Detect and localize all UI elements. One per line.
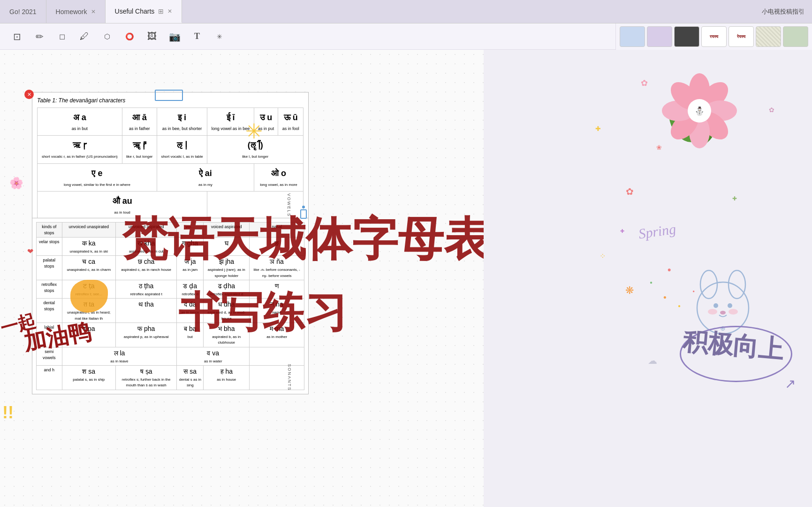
highlighter-tool-button[interactable]: 🖊 <box>75 27 94 46</box>
text-tool-button[interactable]: T <box>188 27 206 46</box>
vowel-cell: ऐ ai as in my <box>157 163 254 191</box>
col-header: nasal <box>250 223 304 238</box>
jijixiangshang-text: 积极向上 <box>682 327 785 364</box>
table-row: velar stops क kaunaspirated k, as in ski… <box>37 238 304 256</box>
vowels-vertical-label: VOWELS <box>286 193 293 217</box>
tab-xiaodianshi-label: 小电视投稿指引 <box>762 8 804 16</box>
heart-sticker: ❤ <box>27 247 33 256</box>
svg-point-0 <box>663 97 708 148</box>
svg-point-1 <box>687 106 721 148</box>
tab-homework-label: Homework <box>56 8 87 15</box>
yellow-dot-1: ● <box>678 303 681 308</box>
vowels-label-cell: VOWELS <box>207 192 304 219</box>
small-flower-4: ✿ <box>626 186 634 197</box>
circle-decoration <box>680 326 792 382</box>
col-header: unvoiced aspirated <box>116 223 177 238</box>
vowel-cell: ऊ ū as in fool <box>278 108 304 136</box>
table-row: palatal stops च caunaspirated c, as in c… <box>37 256 304 280</box>
cross-deco-3: ✚ <box>620 228 624 234</box>
shapes-tool-button[interactable]: ⬡ <box>98 27 116 46</box>
selection-box <box>155 90 183 101</box>
svg-point-14 <box>729 270 745 299</box>
thumbnail-3[interactable] <box>674 26 699 47</box>
red-dot-1: ● <box>692 289 695 293</box>
lasso-tool-button[interactable]: ⭕ <box>120 27 139 46</box>
thumbnail-4[interactable]: रयस्य <box>701 26 727 47</box>
tab-xiaodianshi[interactable]: 小电视投稿指引 <box>754 0 812 23</box>
svg-point-3 <box>696 77 734 115</box>
tab-usefulcharts-label: Useful Charts <box>115 8 155 15</box>
split-view-icon[interactable]: ⊞ <box>158 8 164 15</box>
tab-homework-close[interactable]: ✕ <box>91 8 96 15</box>
pink-flower-decoration: ⛄ <box>662 73 737 150</box>
svg-point-17 <box>720 311 726 315</box>
cross-deco-2: ✚ <box>732 195 737 202</box>
thumbnail-5[interactable]: रेयस्य <box>729 26 754 47</box>
tab-go2021[interactable]: Go! 2021 <box>0 0 46 23</box>
selection-handle-dot <box>302 206 305 208</box>
vowel-cell: अ a as in but <box>38 108 122 136</box>
tab-homework[interactable]: Homework ✕ <box>46 0 106 23</box>
selection-tool-button[interactable]: ⊡ <box>8 27 26 46</box>
svg-point-9 <box>666 77 704 115</box>
thumbnail-7[interactable] <box>783 26 808 47</box>
svg-text:⊕: ⊕ <box>720 324 726 332</box>
svg-point-7 <box>666 107 704 145</box>
laser-tool-button[interactable]: ✳ <box>210 27 229 46</box>
thumbnail-1[interactable] <box>620 26 645 47</box>
camera-tool-button[interactable]: 📷 <box>165 27 184 46</box>
small-circle-deco: ● <box>668 266 671 273</box>
svg-point-6 <box>689 115 710 148</box>
col-header: voiced aspirated <box>204 223 250 238</box>
vowel-cell: इ i as in bee, but shorter <box>157 108 207 136</box>
small-flower-3: ✿ <box>769 106 774 114</box>
vowel-cell: ऋ ṛ short vocalic r, as in father (US pr… <box>38 136 122 163</box>
svg-point-15 <box>713 303 718 308</box>
arrow-decoration: ↗ <box>785 376 796 392</box>
vowels-table-container: Table 1: The devanāgari characters अ a a… <box>32 92 309 225</box>
starburst-decoration: ✳ <box>245 119 263 143</box>
svg-point-8 <box>662 100 695 121</box>
thumbnail-6[interactable] <box>756 26 781 47</box>
vowel-cell: ऌ ḷ short vocalic l, as in table <box>157 136 207 163</box>
svg-point-10 <box>688 99 711 123</box>
thumbnail-2[interactable] <box>647 26 672 47</box>
sonants-vertical-label: SONANTS <box>287 364 293 392</box>
small-flower-1: ✿ <box>641 78 648 88</box>
thumbnail-strip: रयस्य रेयस्य <box>615 23 812 50</box>
tab-usefulcharts[interactable]: Useful Charts ⊞ ✕ <box>106 0 182 23</box>
note-page[interactable]: ✕ Table 1: The devanāgari characters अ a… <box>0 50 484 507</box>
pen-tool-button[interactable]: ✏ <box>30 27 49 46</box>
vowel-cell: ए e long vowel, similar to the first e i… <box>38 163 157 191</box>
vowel-cell: ओ o long vowel, as in more <box>254 163 303 191</box>
small-flower-left: 🌸 <box>9 177 23 190</box>
svg-text:⛄: ⛄ <box>694 106 705 116</box>
svg-point-2 <box>689 73 710 106</box>
tab-usefulcharts-close[interactable]: ✕ <box>167 8 172 15</box>
col-header: kinds of stops <box>37 223 62 238</box>
red-close-indicator[interactable]: ✕ <box>24 90 34 99</box>
vowel-cell: ॠ ṝ like r, but longer <box>122 136 157 163</box>
toolbar: ⊡ ✏ ◻ 🖊 ⬡ ⭕ 🖼 📷 T ✳ रयस्य रेयस्य <box>0 23 812 50</box>
col-header: voi... <box>177 223 204 238</box>
tab-bar: Go! 2021 Homework ✕ Useful Charts ⊞ ✕ 小电… <box>0 0 812 23</box>
main-area: ✕ Table 1: The devanāgari characters अ a… <box>0 50 812 507</box>
eraser-tool-button[interactable]: ◻ <box>53 27 71 46</box>
spring-text: Spring <box>637 221 677 242</box>
yellow-exclamation: !! <box>2 403 14 422</box>
table-row: and h श sapalatal s, as in ship ष ṣaretr… <box>37 366 304 390</box>
svg-point-4 <box>704 100 737 121</box>
vowels-table: अ a as in but आ ā as in father इ i as in… <box>37 108 304 220</box>
svg-point-12 <box>697 282 749 334</box>
rabbit-drawing: ⊕ <box>676 252 770 347</box>
svg-point-13 <box>700 270 717 299</box>
image-tool-button[interactable]: 🖼 <box>143 27 161 46</box>
orange-dot-1: ● <box>663 294 667 300</box>
selection-handle[interactable] <box>300 209 307 219</box>
vowel-cell: औ au as in loud <box>38 192 207 219</box>
svg-point-5 <box>696 107 734 145</box>
table-row: semi vowels ल laas in leave व vaas in wa… <box>37 347 304 365</box>
dot-cluster: ⁘ <box>600 252 606 261</box>
dot-flower-deco: ❋ <box>625 284 634 297</box>
cloud-deco: ☁ <box>648 355 657 366</box>
